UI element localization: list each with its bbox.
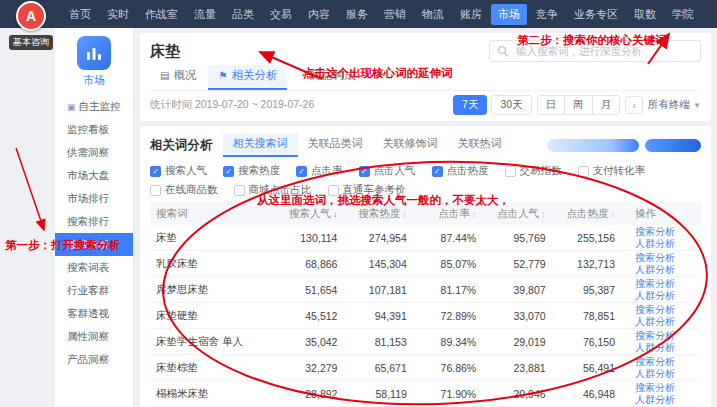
date-range-button[interactable]: 日	[538, 96, 565, 114]
checkbox-icon	[296, 166, 307, 177]
search-popularity-cell: 68,866	[288, 258, 357, 270]
metric-checkbox[interactable]: 点击率	[296, 164, 343, 178]
metric-checkbox[interactable]: 在线商品数	[150, 183, 218, 197]
sidebar-item[interactable]: ▣供需洞察	[55, 141, 133, 164]
action-search-analysis-link[interactable]: 搜索分析	[635, 382, 701, 394]
metric-checkbox[interactable]: 直通车参考价	[328, 183, 406, 197]
helper-widget[interactable]: A 基本咨询	[6, 1, 56, 50]
tab-label: 概况	[173, 68, 196, 83]
sidebar-item[interactable]: ▣行业客群	[55, 279, 133, 302]
metric-label: 搜索热度	[238, 164, 280, 178]
action-crowd-analysis-link[interactable]: 人群分析	[635, 264, 701, 276]
column-click-popularity[interactable]: 点击人气↕	[496, 207, 565, 221]
table-row: 床垫硬垫 45,512 94,391 72.89% 33,070 78,851 …	[150, 303, 701, 329]
sort-desc-icon: ↓	[333, 209, 338, 219]
topnav-item[interactable]: 流量	[187, 4, 223, 25]
trend-bar-light[interactable]	[547, 139, 639, 152]
search-term-cell: 席梦思床垫	[150, 283, 288, 297]
category-tab[interactable]: ◔ 商品构成	[289, 65, 365, 90]
sidebar-item[interactable]: ▣市场大盘	[55, 164, 133, 187]
search-popularity-cell: 130,114	[288, 232, 357, 244]
sidebar-item[interactable]: ▣产品洞察	[55, 348, 133, 371]
helper-label: 基本咨询	[9, 35, 53, 50]
date-range-button[interactable]: 7天	[453, 95, 487, 115]
helper-avatar[interactable]: A	[16, 1, 46, 31]
topnav-item[interactable]: 学院	[665, 4, 701, 25]
sidebar-item[interactable]: ▣搜索分析	[55, 233, 133, 256]
topnav-item[interactable]: 竞争	[529, 4, 565, 25]
topnav-item[interactable]: 市场	[491, 4, 527, 25]
column-search-heat[interactable]: 搜索热度↕	[357, 207, 426, 221]
checkbox-icon	[234, 185, 245, 196]
topnav-item[interactable]: 首页	[62, 4, 98, 25]
search-term-cell: 床垫学生宿舍 单人	[150, 335, 288, 349]
column-label: 点击人气	[497, 207, 539, 219]
date-range-button[interactable]: 30天	[491, 95, 531, 115]
action-search-analysis-link[interactable]: 搜索分析	[635, 304, 701, 316]
action-search-analysis-link[interactable]: 搜索分析	[635, 226, 701, 238]
sidebar-item[interactable]: ▣监控看板	[55, 118, 133, 141]
date-range-button[interactable]: 月	[592, 96, 620, 114]
action-search-analysis-link[interactable]: 搜索分析	[635, 252, 701, 264]
section-title: 相关词分析	[150, 137, 213, 154]
topnav-item[interactable]: 交易	[263, 4, 299, 25]
click-popularity-cell: 95,769	[496, 232, 565, 244]
topnav-item[interactable]: 业务专区	[567, 4, 625, 25]
action-search-analysis-link[interactable]: 搜索分析	[635, 278, 701, 290]
action-crowd-analysis-link[interactable]: 人群分析	[635, 394, 701, 406]
metric-checkbox[interactable]: 搜索人气	[150, 164, 207, 178]
column-click-heat[interactable]: 点击热度↕	[566, 207, 635, 221]
topnav-item[interactable]: 实时	[100, 4, 136, 25]
topnav-item[interactable]: 营销	[377, 4, 413, 25]
next-period-button[interactable]: ›	[625, 96, 643, 114]
sidebar-item[interactable]: ▣搜索排行	[55, 210, 133, 233]
terminal-selector[interactable]: 所有终端 ▼	[648, 98, 701, 112]
column-click-rate[interactable]: 点击率↕	[427, 207, 496, 221]
topnav-item[interactable]: 作战室	[138, 4, 185, 25]
category-tab[interactable]: ⚑ 相关分析	[208, 65, 287, 90]
column-label: 点击率	[438, 207, 470, 219]
topnav-item[interactable]: 服务	[339, 4, 375, 25]
keyword-header-card: 床垫 ▤ 概况 ⚑ 相关分析 ◔ 商品构成 统计时间 2019-07-20 ~ …	[140, 33, 711, 121]
action-crowd-analysis-link[interactable]: 人群分析	[635, 238, 701, 250]
annotation-arrow-sidebar	[16, 148, 44, 230]
metric-checkbox[interactable]: 搜索热度	[223, 164, 280, 178]
sidebar-item-label: 产品洞察	[67, 353, 109, 365]
word-type-tab[interactable]: 关联热词	[448, 133, 512, 157]
sidebar-item[interactable]: ▣市场排行	[55, 187, 133, 210]
metric-checkbox[interactable]: 商城点击占比	[234, 183, 312, 197]
column-search-popularity[interactable]: 搜索人气↓	[288, 207, 357, 221]
sidebar-item[interactable]: ▣搜索词表	[55, 256, 133, 279]
metric-checkbox[interactable]: 点击热度	[432, 164, 489, 178]
checkbox-icon	[578, 166, 589, 177]
sidebar-item[interactable]: ▣客群透视	[55, 302, 133, 325]
action-crowd-analysis-link[interactable]: 人群分析	[635, 368, 701, 380]
sidebar-item[interactable]: ▣自主监控	[55, 95, 133, 118]
action-search-analysis-link[interactable]: 搜索分析	[635, 330, 701, 342]
date-range-button[interactable]: 周	[564, 96, 592, 114]
topnav-item[interactable]: 品类	[225, 4, 261, 25]
deep-analysis-searchbox[interactable]	[489, 40, 701, 62]
search-icon	[498, 46, 508, 56]
trend-bar-dark[interactable]	[645, 139, 701, 152]
topnav-item[interactable]: 取数	[627, 4, 663, 25]
word-type-tab[interactable]: 关联修饰词	[373, 133, 448, 157]
metric-checkbox[interactable]: 交易指数	[505, 164, 562, 178]
action-search-analysis-link[interactable]: 搜索分析	[635, 356, 701, 368]
sidebar-item[interactable]: ▣属性洞察	[55, 325, 133, 348]
action-crowd-analysis-link[interactable]: 人群分析	[635, 342, 701, 354]
topnav-item[interactable]: 物流	[415, 4, 451, 25]
topnav-item[interactable]: 账房	[453, 4, 489, 25]
word-type-tab[interactable]: 相关搜索词	[223, 133, 298, 157]
checkbox-icon	[432, 166, 443, 177]
metric-checkbox[interactable]: 支付转化率	[578, 164, 646, 178]
topnav-item[interactable]: 内容	[301, 4, 337, 25]
category-tab[interactable]: ▤ 概况	[150, 65, 206, 90]
metric-checkbox[interactable]: 点击人气	[359, 164, 416, 178]
metrics-row-2: 在线商品数 商城点击占比 直通车参考价	[150, 183, 701, 197]
search-input[interactable]	[514, 44, 692, 58]
action-crowd-analysis-link[interactable]: 人群分析	[635, 316, 701, 328]
metrics-row-1: 搜索人气 搜索热度 点击率 点击人气 点击热度 交易指数 支付转化率	[150, 164, 701, 178]
word-type-tab[interactable]: 关联品类词	[298, 133, 373, 157]
action-crowd-analysis-link[interactable]: 人群分析	[635, 290, 701, 302]
